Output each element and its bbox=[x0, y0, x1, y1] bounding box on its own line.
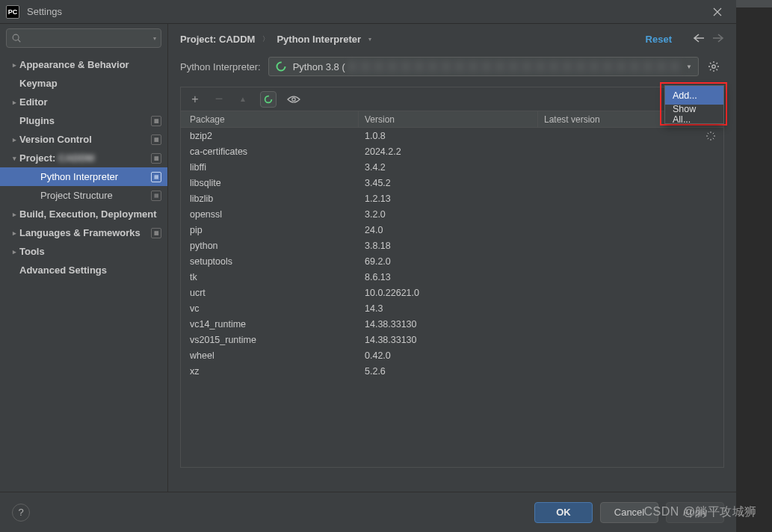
refresh-packages-button[interactable] bbox=[260, 91, 277, 108]
search-history-icon[interactable]: ▾ bbox=[153, 35, 156, 42]
cell-latest bbox=[538, 316, 723, 332]
table-row[interactable]: setuptools69.2.0 bbox=[181, 253, 723, 269]
cell-version: 10.0.22621.0 bbox=[359, 285, 538, 300]
expand-arrow-icon: ▸ bbox=[9, 211, 19, 218]
content-area: Project: CADDM 〉 Python Interpreter ▾ Re… bbox=[168, 24, 736, 492]
sidebar-item[interactable]: ▸Appearance & Behavior bbox=[0, 55, 167, 74]
sidebar-child-item[interactable]: ▸Python Interpreter▦ bbox=[0, 167, 167, 186]
sidebar-item-label: Tools bbox=[19, 246, 161, 257]
sidebar-item[interactable]: ▸Tools bbox=[0, 242, 167, 261]
cell-latest bbox=[538, 347, 723, 363]
sidebar-item-label: Project: CADDM bbox=[19, 152, 151, 164]
table-row[interactable]: openssl3.2.0 bbox=[181, 206, 723, 222]
table-row[interactable]: vc14_runtime14.38.33130 bbox=[181, 316, 723, 332]
packages-table-body[interactable]: bzip21.0.8ca-certificates2024.2.2libffi3… bbox=[181, 128, 723, 467]
dropdown-item-add[interactable]: Add... bbox=[665, 86, 723, 105]
forward-button[interactable] bbox=[712, 33, 724, 46]
table-row[interactable]: xz5.2.6 bbox=[181, 363, 723, 379]
cell-version: 14.38.33130 bbox=[359, 332, 538, 347]
sidebar-item-label: Languages & Frameworks bbox=[19, 227, 151, 238]
sidebar-item[interactable]: ▸Editor bbox=[0, 93, 167, 111]
cell-version: 5.2.6 bbox=[359, 363, 538, 379]
help-button[interactable]: ? bbox=[12, 504, 30, 522]
cell-package: libzlib bbox=[181, 191, 359, 206]
interpreter-row: Python Interpreter: Python 3.8 ( ▼ bbox=[168, 54, 736, 87]
back-button[interactable] bbox=[693, 33, 705, 46]
expand-arrow-icon: ▾ bbox=[9, 155, 19, 162]
reset-link[interactable]: Reset bbox=[646, 34, 672, 45]
table-row[interactable]: tk8.6.13 bbox=[181, 269, 723, 285]
header-package[interactable]: Package bbox=[181, 111, 359, 127]
table-row[interactable]: ucrt10.0.22621.0 bbox=[181, 285, 723, 300]
cell-version: 14.38.33130 bbox=[359, 316, 538, 332]
table-row[interactable]: python3.8.18 bbox=[181, 238, 723, 253]
cell-latest bbox=[538, 222, 723, 238]
eye-icon bbox=[287, 95, 300, 104]
cancel-button[interactable]: Cancel bbox=[600, 502, 658, 523]
sidebar-item-label: Appearance & Behavior bbox=[19, 59, 161, 70]
window-close-button[interactable] bbox=[705, 2, 730, 22]
cell-version: 69.2.0 bbox=[359, 253, 538, 269]
table-row[interactable]: ca-certificates2024.2.2 bbox=[181, 143, 723, 159]
cell-latest bbox=[538, 206, 723, 222]
sidebar-item[interactable]: ▸Languages & Frameworks▦ bbox=[0, 223, 167, 242]
sidebar-item-label: Version Control bbox=[19, 134, 151, 145]
table-row[interactable]: wheel0.42.0 bbox=[181, 347, 723, 363]
dropdown-item-show-all[interactable]: Show All... bbox=[665, 105, 723, 123]
expand-arrow-icon: ▸ bbox=[9, 136, 19, 143]
table-row[interactable]: pip24.0 bbox=[181, 222, 723, 238]
interpreter-select[interactable]: Python 3.8 ( ▼ bbox=[268, 57, 699, 76]
settings-search-input[interactable]: ▾ bbox=[6, 28, 161, 48]
cell-version: 3.45.2 bbox=[359, 175, 538, 191]
table-row[interactable]: bzip21.0.8 bbox=[181, 128, 723, 143]
table-row[interactable]: libffi3.4.2 bbox=[181, 159, 723, 175]
upgrade-package-button: ▲ bbox=[236, 93, 250, 106]
cell-package: python bbox=[181, 238, 359, 253]
breadcrumb-dropdown-icon[interactable]: ▾ bbox=[368, 36, 371, 43]
table-row[interactable]: vc14.3 bbox=[181, 300, 723, 316]
cell-version: 0.42.0 bbox=[359, 347, 538, 363]
project-scope-badge: ▦ bbox=[151, 153, 161, 164]
table-row[interactable]: libsqlite3.45.2 bbox=[181, 175, 723, 191]
app-icon: PC bbox=[6, 5, 19, 19]
cell-latest bbox=[538, 143, 723, 159]
sidebar-item[interactable]: ▸Advanced Settings bbox=[0, 261, 167, 279]
apply-button[interactable]: Apply bbox=[666, 502, 724, 523]
ok-button[interactable]: OK bbox=[534, 502, 593, 523]
right-background-strip-top bbox=[736, 0, 772, 7]
interpreter-value: Python 3.8 ( bbox=[293, 61, 345, 72]
sidebar-item[interactable]: ▸Plugins▦ bbox=[0, 111, 167, 130]
sidebar-child-item[interactable]: ▸Project Structure▦ bbox=[0, 186, 167, 205]
show-early-releases-button[interactable] bbox=[287, 93, 300, 106]
cell-version: 3.2.0 bbox=[359, 206, 538, 222]
sidebar-item[interactable]: ▾Project: CADDM▦ bbox=[0, 149, 167, 167]
table-row[interactable]: libzlib1.2.13 bbox=[181, 191, 723, 206]
expand-arrow-icon: ▸ bbox=[9, 61, 19, 69]
sidebar-item[interactable]: ▸Version Control▦ bbox=[0, 130, 167, 149]
project-scope-badge: ▦ bbox=[151, 172, 161, 182]
gear-icon bbox=[708, 61, 720, 72]
cell-package: vs2015_runtime bbox=[181, 332, 359, 347]
sidebar-item-label: Python Interpreter bbox=[40, 171, 151, 182]
cell-latest bbox=[538, 269, 723, 285]
table-row[interactable]: vs2015_runtime14.38.33130 bbox=[181, 332, 723, 347]
project-scope-badge: ▦ bbox=[151, 116, 161, 126]
cell-version: 14.3 bbox=[359, 300, 538, 316]
cell-package: vc14_runtime bbox=[181, 316, 359, 332]
cell-package: vc bbox=[181, 300, 359, 316]
settings-tree[interactable]: ▸Appearance & Behavior▸Keymap▸Editor▸Plu… bbox=[0, 52, 167, 492]
sidebar-item[interactable]: ▸Build, Execution, Deployment bbox=[0, 205, 167, 223]
right-background-strip bbox=[736, 0, 772, 532]
add-package-button[interactable]: + bbox=[188, 93, 202, 106]
cell-package: wheel bbox=[181, 347, 359, 363]
svg-point-0 bbox=[13, 34, 19, 40]
dialog-footer: ? OK Cancel Apply bbox=[0, 492, 736, 532]
cell-package: tk bbox=[181, 269, 359, 285]
sidebar-item-label: Plugins bbox=[19, 115, 151, 126]
header-version[interactable]: Version bbox=[359, 111, 538, 127]
sidebar-item[interactable]: ▸Keymap bbox=[0, 74, 167, 93]
search-icon bbox=[11, 33, 22, 43]
cell-version: 8.6.13 bbox=[359, 269, 538, 285]
interpreter-settings-button[interactable] bbox=[703, 57, 724, 76]
packages-panel: + − ▲ Package Version Latest version bz bbox=[180, 87, 724, 468]
